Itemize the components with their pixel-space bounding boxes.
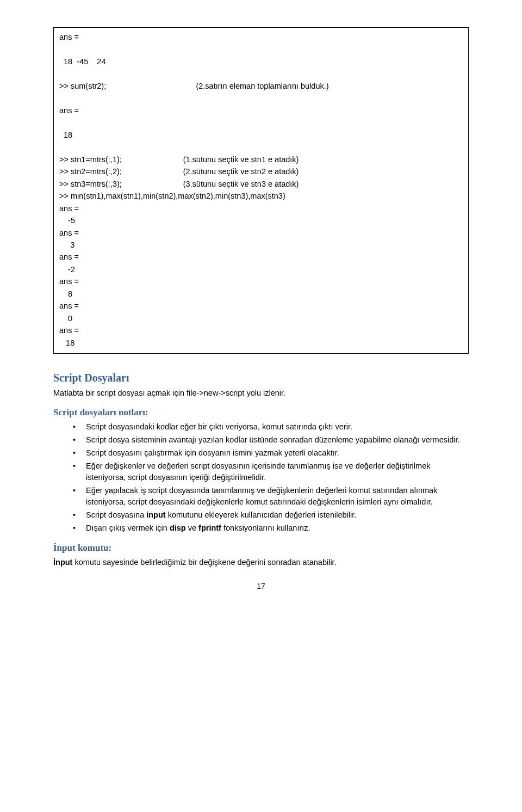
bold-fprintf: fprintf: [198, 524, 221, 532]
code-line: 3: [59, 241, 74, 249]
subsection-title-input-komutu: İnput komutu:: [53, 542, 469, 555]
code-line: ans =: [59, 33, 79, 41]
code-box: ans = 18 -45 24 >> sum(str2); (2.satırın…: [53, 27, 469, 354]
list-item: Script dosya sisteminin avantajı yazılan…: [73, 434, 469, 446]
notes-list: Script dosyasındaki kodlar eğer bir çıkt…: [73, 421, 469, 534]
code-line: >> min(stn1),max(stn1),min(stn2),max(stn…: [59, 192, 285, 200]
code-line: 8: [59, 290, 72, 298]
code-line: ans =: [59, 302, 79, 310]
code-cmd: >> stn2=mtrs(:,2);: [59, 167, 122, 176]
section-title-script-dosyalari: Script Dosyaları: [53, 370, 469, 385]
list-text: Dışarı çıkış vermek için: [86, 524, 170, 532]
code-cmd: >> stn3=mtrs(:,3);: [59, 180, 122, 188]
subsection-title-notlari: Script dosyaları notları:: [53, 406, 469, 419]
code-line: 18: [59, 339, 74, 347]
code-line: -5: [59, 216, 75, 225]
list-item: Dışarı çıkış vermek için disp ve fprintf…: [73, 522, 469, 534]
paragraph-text: komutu sayesinde belirlediğimiz bir deği…: [72, 558, 336, 567]
list-text: komutunu ekleyerek kullanıcıdan değerler…: [166, 510, 357, 519]
code-cmd: >> stn1=mtrs(:,1);: [59, 155, 122, 164]
code-comment: (2.sütunu seçtik ve stn2 e atadık): [183, 167, 299, 176]
page-number: 17: [53, 581, 469, 592]
bold-input-lead: İnput: [53, 558, 72, 567]
input-paragraph: İnput komutu sayesinde belirlediğimiz bi…: [53, 557, 469, 568]
code-line: -2: [59, 265, 75, 274]
list-item: Script dosyasındaki kodlar eğer bir çıkt…: [73, 421, 469, 433]
code-line: 18: [59, 131, 72, 139]
code-line: ans =: [59, 229, 79, 237]
list-item: Script dosyasını çalıştırmak için dosyan…: [73, 447, 469, 459]
list-item: Eğer değişkenler ve değerleri script dos…: [73, 460, 469, 483]
code-line: ans =: [59, 326, 79, 335]
list-item: Eğer yapılacak iş script dosyasında tanı…: [73, 485, 469, 508]
code-line: 0: [59, 314, 72, 323]
intro-paragraph: Matlabta bir script dosyası açmak için f…: [53, 387, 469, 398]
code-line: ans =: [59, 253, 79, 261]
code-comment: (2.satırın eleman toplamlarını bulduk.): [196, 82, 328, 90]
code-comment: (3.sütunu seçtik ve stn3 e atadık): [183, 180, 299, 188]
bold-disp: disp: [170, 524, 186, 532]
code-comment: (1.sütunu seçtik ve stn1 e atadık): [183, 155, 299, 164]
code-line: ans =: [59, 204, 79, 213]
list-text: ve: [186, 524, 198, 532]
list-text: fonksiyonlarını kullanırız.: [221, 524, 310, 532]
code-line: ans =: [59, 106, 79, 115]
code-line: ans =: [59, 277, 79, 286]
code-line: 18 -45 24: [59, 57, 105, 66]
bold-input: input: [146, 510, 165, 519]
list-item: Script dosyasına input komutunu ekleyere…: [73, 509, 469, 521]
code-cmd: >> sum(str2);: [59, 82, 106, 90]
list-text: Script dosyasına: [86, 510, 146, 519]
